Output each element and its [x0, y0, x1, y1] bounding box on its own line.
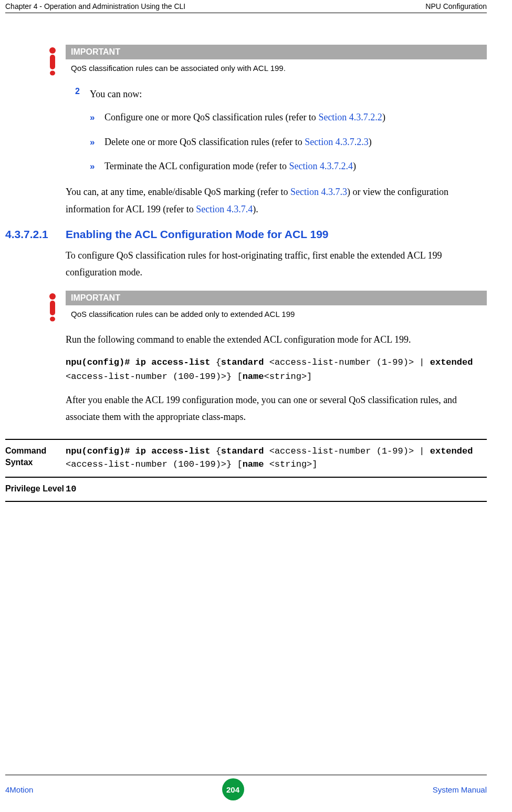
table-row: Command Syntax npu(config)# ip access-li…	[5, 439, 487, 476]
paragraph: You can, at any time, enable/disable QoS…	[66, 183, 487, 218]
important-title: IMPORTANT	[66, 45, 487, 59]
command-inline: npu(config)# ip access-list {standard <a…	[66, 355, 487, 384]
section-title: Enabling the ACL Configuration Mode for …	[66, 228, 329, 241]
arrow-icon: »	[90, 137, 105, 148]
important-body: QoS classification rules can be associat…	[66, 59, 487, 79]
page-number-badge: 204	[222, 778, 244, 800]
arrow-icon: »	[90, 112, 105, 123]
bullet-text: Configure one or more QoS classification…	[105, 110, 385, 125]
section-link[interactable]: Section 4.3.7.2.4	[289, 161, 353, 171]
bullet-item: » Configure one or more QoS classificati…	[90, 110, 487, 125]
svg-rect-1	[50, 55, 55, 69]
paragraph: To configure QoS classification rules fo…	[66, 247, 487, 281]
bullet-text: Terminate the ACL configuration mode (re…	[105, 159, 356, 174]
footer-right: System Manual	[433, 785, 487, 794]
bullet-item: » Terminate the ACL configuration mode (…	[90, 159, 487, 174]
row-label: Command Syntax	[5, 445, 66, 471]
paragraph: After you enable the ACL 199 configurati…	[66, 392, 487, 426]
important-icon	[47, 292, 58, 323]
important-title: IMPORTANT	[66, 291, 487, 305]
important-icon	[47, 46, 58, 77]
section-heading: 4.3.7.2.1 Enabling the ACL Configuration…	[5, 228, 487, 241]
section-number: 4.3.7.2.1	[5, 228, 66, 241]
header-left: Chapter 4 - Operation and Administration…	[5, 2, 185, 11]
important-callout: IMPORTANT QoS classification rules can b…	[47, 291, 487, 325]
bullet-text: Delete one or more QoS classification ru…	[105, 135, 372, 150]
header-right: NPU Configuration	[425, 2, 487, 11]
page-header: Chapter 4 - Operation and Administration…	[5, 0, 487, 13]
svg-point-2	[50, 71, 55, 76]
section-link[interactable]: Section 4.3.7.2.3	[305, 137, 369, 147]
step-text: You can now:	[90, 87, 142, 102]
bullet-item: » Delete one or more QoS classification …	[90, 135, 487, 150]
content-area: IMPORTANT QoS classification rules can b…	[66, 45, 487, 502]
svg-rect-4	[50, 301, 55, 315]
footer-left: 4Motion	[5, 785, 33, 794]
svg-point-3	[49, 293, 56, 300]
section-link[interactable]: Section 4.3.7.3	[290, 187, 347, 197]
row-label: Privilege Level	[5, 483, 66, 496]
important-callout: IMPORTANT QoS classification rules can b…	[47, 45, 487, 79]
svg-point-0	[49, 47, 56, 54]
command-table: Command Syntax npu(config)# ip access-li…	[5, 439, 487, 502]
section-link[interactable]: Section 4.3.7.2.2	[318, 112, 382, 122]
important-body: QoS classification rules can be added on…	[66, 305, 487, 325]
page-footer: 4Motion 204 System Manual	[5, 775, 487, 800]
row-value: 10	[66, 483, 76, 496]
section-link[interactable]: Section 4.3.7.4	[196, 204, 253, 214]
svg-point-5	[50, 316, 55, 321]
table-row: Privilege Level 10	[5, 477, 487, 502]
step-number: 2	[75, 87, 90, 102]
paragraph: Run the following command to enable the …	[66, 331, 487, 348]
numbered-step: 2 You can now:	[75, 87, 487, 102]
row-value: npu(config)# ip access-list {standard <a…	[66, 445, 487, 471]
arrow-icon: »	[90, 161, 105, 172]
